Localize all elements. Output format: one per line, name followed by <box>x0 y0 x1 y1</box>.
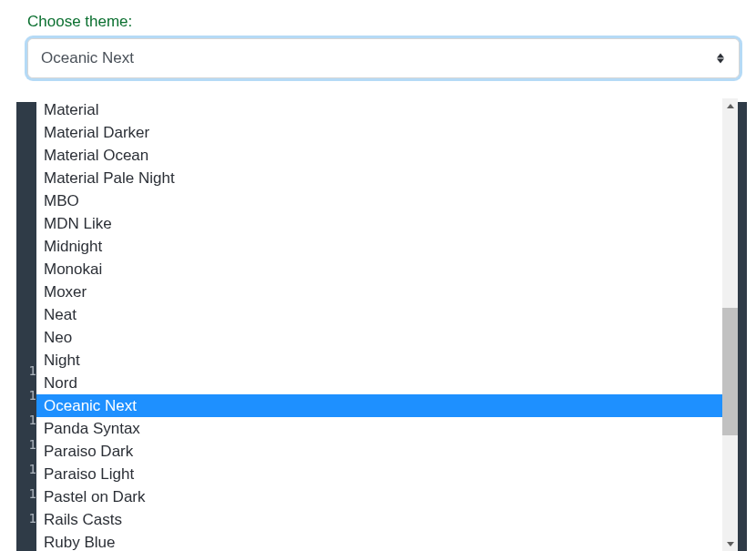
theme-options-list: MaterialMaterial DarkerMaterial OceanMat… <box>36 98 722 551</box>
theme-option[interactable]: Pastel on Dark <box>36 485 722 508</box>
theme-option[interactable]: Material Pale Night <box>36 167 722 189</box>
theme-option[interactable]: Midnight <box>36 235 722 258</box>
theme-option[interactable]: Moxer <box>36 281 722 303</box>
theme-label: Choose theme: <box>0 13 756 31</box>
scroll-thumb[interactable] <box>722 308 738 435</box>
theme-select[interactable]: Oceanic Next <box>27 38 740 78</box>
theme-option[interactable]: Neo <box>36 326 722 349</box>
editor-gutter: 1111111 <box>16 102 38 551</box>
theme-option[interactable]: Nord <box>36 372 722 394</box>
select-sort-icon <box>717 54 724 64</box>
theme-dropdown: MaterialMaterial DarkerMaterial OceanMat… <box>36 98 738 551</box>
theme-option[interactable]: Rails Casts <box>36 508 722 531</box>
theme-option[interactable]: Paraiso Dark <box>36 440 722 463</box>
dropdown-scrollbar[interactable] <box>722 98 738 551</box>
theme-option[interactable]: MDN Like <box>36 212 722 235</box>
theme-option[interactable]: MBO <box>36 189 722 212</box>
gutter-line-number: 1 <box>16 433 38 457</box>
theme-option[interactable]: Monokai <box>36 258 722 281</box>
gutter-line-number: 1 <box>16 482 38 506</box>
gutter-line-number: 1 <box>16 457 38 482</box>
gutter-line-number: 1 <box>16 383 38 408</box>
theme-option[interactable]: Neat <box>36 303 722 326</box>
theme-option[interactable]: Material Darker <box>36 121 722 144</box>
theme-option[interactable]: Material <box>36 98 722 121</box>
theme-select-value: Oceanic Next <box>28 39 739 77</box>
theme-option[interactable]: Oceanic Next <box>36 394 722 417</box>
theme-option[interactable]: Paraiso Light <box>36 463 722 485</box>
theme-option[interactable]: Night <box>36 349 722 372</box>
scroll-down-icon[interactable] <box>722 536 738 551</box>
gutter-line-number: 1 <box>16 506 38 531</box>
theme-option[interactable]: Ruby Blue <box>36 531 722 551</box>
theme-option[interactable]: Material Ocean <box>36 144 722 167</box>
gutter-line-number: 1 <box>16 359 38 383</box>
scroll-up-icon[interactable] <box>722 98 738 113</box>
theme-option[interactable]: Panda Syntax <box>36 417 722 440</box>
gutter-line-number: 1 <box>16 408 38 433</box>
